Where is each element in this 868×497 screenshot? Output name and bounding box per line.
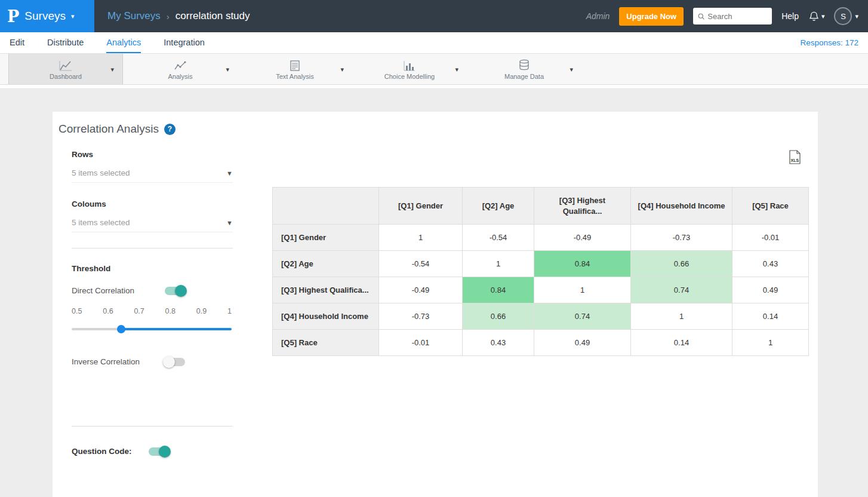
matrix-cell: 0.74 <box>631 277 732 303</box>
toggle-knob <box>175 285 187 297</box>
matrix-cell: 0.66 <box>631 251 732 277</box>
bar-chart-icon <box>404 58 415 71</box>
chevron-down-icon[interactable]: ▾ <box>455 65 458 73</box>
line-chart-icon <box>59 58 72 71</box>
columns-select-value: 5 items selected <box>72 218 130 227</box>
matrix-row-header: [Q5] Race <box>273 330 379 356</box>
document-grid-icon <box>290 58 300 71</box>
inverse-correlation-toggle[interactable] <box>165 358 185 366</box>
breadcrumb-separator-icon: › <box>167 11 170 22</box>
matrix-col-header: [Q2] Age <box>463 188 534 225</box>
rows-select[interactable]: 5 items selected ▼ <box>72 168 233 183</box>
database-icon <box>519 58 530 71</box>
topbar: P Surveys ▾ My Surveys › correlation stu… <box>0 0 868 32</box>
matrix-row: [Q3] Highest Qualifica...-0.490.8410.740… <box>273 277 809 303</box>
ribbon-item-dashboard[interactable]: Dashboard ▾ <box>8 54 123 84</box>
chevron-down-icon[interactable]: ▾ <box>110 65 114 73</box>
search-box[interactable] <box>693 8 772 24</box>
ribbon-item-label: Manage Data <box>504 73 544 80</box>
matrix-cell: 0.14 <box>732 303 809 330</box>
matrix-row: [Q2] Age-0.5410.840.660.43 <box>273 251 809 277</box>
correlation-analysis-card: Correlation Analysis ? Rows 5 items sele… <box>53 112 818 497</box>
matrix-cell: 1 <box>463 251 534 277</box>
toggle-knob <box>159 446 171 458</box>
xls-file-icon: XLS <box>789 150 801 164</box>
columns-label: Coloums <box>72 200 251 208</box>
app-menu[interactable]: P Surveys ▾ <box>0 0 94 32</box>
matrix-corner-cell <box>273 188 379 225</box>
help-question-icon[interactable]: ? <box>164 124 176 135</box>
ribbon-item-choice-modelling[interactable]: Choice Modelling ▾ <box>352 54 467 84</box>
slider-handle[interactable] <box>117 325 125 333</box>
breadcrumb-parent[interactable]: My Surveys <box>107 10 161 22</box>
scale-tick: 0.5 <box>72 307 82 315</box>
threshold-scale: 0.5 0.6 0.7 0.8 0.9 1 <box>72 307 232 315</box>
scale-tick: 0.9 <box>196 307 207 315</box>
matrix-cell: 1 <box>534 277 631 303</box>
export-xls-button[interactable]: XLS <box>789 150 801 167</box>
upgrade-now-button[interactable]: Upgrade Now <box>619 7 684 26</box>
scale-tick: 1 <box>227 307 232 315</box>
ribbon-item-label: Text Analysis <box>276 73 314 80</box>
tab-distribute[interactable]: Distribute <box>47 32 84 53</box>
chevron-down-icon[interactable]: ▾ <box>340 65 344 73</box>
question-code-label: Question Code: <box>72 447 132 456</box>
help-link[interactable]: Help <box>781 11 799 21</box>
scale-tick: 0.6 <box>103 307 113 315</box>
matrix-row-header: [Q1] Gender <box>273 225 379 251</box>
chevron-down-icon: ▼ <box>226 170 233 177</box>
tab-edit[interactable]: Edit <box>10 32 24 53</box>
tab-analytics[interactable]: Analytics <box>106 32 141 53</box>
search-input[interactable] <box>707 12 767 21</box>
question-code-toggle[interactable] <box>149 447 169 456</box>
direct-correlation-toggle[interactable] <box>165 287 185 295</box>
analytics-ribbon: Dashboard ▾ Analysis ▾ Text Analysis ▾ C… <box>0 54 868 85</box>
threshold-label: Threshold <box>72 264 251 273</box>
matrix-cell: 0.49 <box>534 330 631 356</box>
rows-label: Rows <box>72 150 251 159</box>
ribbon-item-text-analysis[interactable]: Text Analysis ▾ <box>238 54 352 84</box>
matrix-row-header: [Q2] Age <box>273 251 379 277</box>
matrix-row-header: [Q4] Household Income <box>273 303 379 330</box>
avatar: S <box>834 7 852 25</box>
responses-count[interactable]: Responses: 172 <box>800 32 858 53</box>
chevron-down-icon: ▾ <box>821 13 825 20</box>
breadcrumb-current: correlation study <box>176 10 250 22</box>
tab-integration[interactable]: Integration <box>164 32 205 53</box>
settings-panel: Rows 5 items selected ▼ Coloums 5 items … <box>72 150 251 456</box>
admin-label: Admin <box>586 11 610 21</box>
notifications-menu[interactable]: ▾ <box>808 11 825 22</box>
ribbon-item-analysis[interactable]: Analysis ▾ <box>123 54 238 84</box>
matrix-cell: 1 <box>631 303 732 330</box>
chevron-down-icon[interactable]: ▾ <box>226 65 229 73</box>
brand-logo: P <box>7 7 19 26</box>
chevron-down-icon[interactable]: ▾ <box>570 65 573 73</box>
rows-select-value: 5 items selected <box>72 168 130 177</box>
columns-select[interactable]: 5 items selected ▼ <box>72 218 233 232</box>
ribbon-gap <box>0 85 868 89</box>
scatter-line-chart-icon <box>174 58 187 71</box>
matrix-body: [Q1] Gender1-0.54-0.49-0.73-0.01[Q2] Age… <box>273 225 809 356</box>
matrix-cell: -0.73 <box>631 225 732 251</box>
inverse-correlation-label: Inverse Correlation <box>72 357 140 366</box>
breadcrumb: My Surveys › correlation study <box>107 10 250 22</box>
scale-tick: 0.8 <box>165 307 176 315</box>
ribbon-item-label: Choice Modelling <box>384 73 435 80</box>
chevron-down-icon: ▾ <box>855 13 858 20</box>
ribbon-item-manage-data[interactable]: Manage Data ▾ <box>467 54 581 84</box>
matrix-cell: 0.43 <box>732 251 809 277</box>
svg-text:XLS: XLS <box>791 158 799 162</box>
account-menu[interactable]: S ▾ <box>834 7 858 25</box>
matrix-cell: 0.14 <box>631 330 732 356</box>
slider-track-active <box>121 328 232 330</box>
app-menu-label: Surveys <box>24 10 66 23</box>
matrix-cell: -0.01 <box>379 330 463 356</box>
matrix-row-header: [Q3] Highest Qualifica... <box>273 277 379 303</box>
matrix-row: [Q1] Gender1-0.54-0.49-0.73-0.01 <box>273 225 809 251</box>
chevron-down-icon: ▾ <box>71 13 75 20</box>
matrix-col-header: [Q1] Gender <box>379 188 463 225</box>
ribbon-item-label: Dashboard <box>50 73 82 80</box>
threshold-slider[interactable] <box>72 325 232 333</box>
slider-track-inactive <box>72 328 121 330</box>
matrix-area: XLS [Q1] Gender[Q2] Age[Q3] Highest Qual… <box>272 150 809 456</box>
